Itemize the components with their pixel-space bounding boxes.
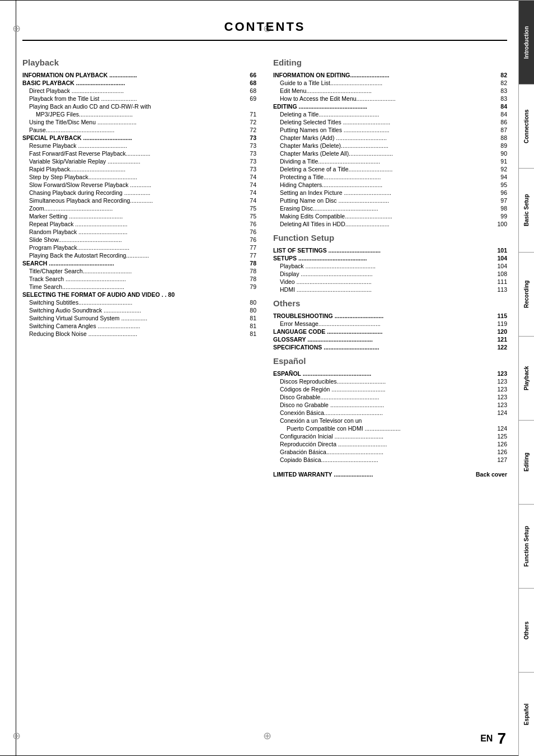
toc-entry: Zoom....................................… <box>22 205 256 212</box>
toc-entry: SPECIAL PLAYBACK .......................… <box>22 134 256 141</box>
toc-entry: Conexión Básica.........................… <box>273 409 507 416</box>
toc-entry: Chapter Marks (Delete)..................… <box>273 142 507 149</box>
toc-entry: Playback ...............................… <box>273 263 507 269</box>
toc-entry: Códigos de Región ......................… <box>273 386 507 393</box>
toc-entry: Random Playback ........................… <box>22 228 256 235</box>
toc-entry: Chapter Marks (Delete All)..............… <box>273 150 507 157</box>
tab-recording[interactable]: Recording <box>519 252 534 336</box>
toc-entry: Simultaneous Playback and Recording.....… <box>22 197 256 204</box>
tab-basic-setup[interactable]: Basic Setup <box>519 168 534 252</box>
toc-entry: Fast Forward/Fast Reverse Playback......… <box>22 150 256 157</box>
toc-entry: Rapid Playback..........................… <box>22 166 256 172</box>
section-heading-function-setup: Function Setup <box>273 233 507 242</box>
toc-entry: Track Search ...........................… <box>22 276 256 282</box>
toc-entry: Grabación Básica........................… <box>273 449 507 455</box>
toc-entry: Slow Forward/Slow Reverse Playback .....… <box>22 181 256 188</box>
tab-playback[interactable]: Playback <box>519 336 534 420</box>
toc-entry: Marker Setting .........................… <box>22 213 256 220</box>
toc-entry: Display ................................… <box>273 270 507 277</box>
toc-entry: EDITING ................................… <box>273 103 507 110</box>
toc-entry: INFORMATION ON PLAYBACK ................… <box>22 72 256 78</box>
toc-entry: GLOSSARY ...............................… <box>273 336 507 343</box>
tab-introduction[interactable]: Introduction <box>519 0 534 84</box>
toc-entry: INFORMATION ON EDITING..................… <box>273 72 507 78</box>
toc-entry: Error Message...........................… <box>273 320 507 327</box>
toc-entry: Deleting All Titles in HDD..............… <box>273 221 507 227</box>
two-col-layout: Playback INFORMATION ON PLAYBACK .......… <box>22 55 507 479</box>
toc-entry: Repeat Playback ........................… <box>22 221 256 227</box>
toc-entry: MP3/JPEG Files..........................… <box>22 111 256 118</box>
toc-entry: Time Search.............................… <box>22 283 256 290</box>
section-heading-playback: Playback <box>22 58 256 67</box>
toc-entry: Direct Playback ........................… <box>22 87 256 94</box>
tab-editing[interactable]: Editing <box>519 420 534 504</box>
toc-entry: Playing Back the Autostart Recording....… <box>22 252 256 259</box>
toc-entry: Switching Audio Soundtrack .............… <box>22 307 256 314</box>
toc-entry: Switching Camera Angles ................… <box>22 323 256 329</box>
toc-entry: Putting Names on Titles ................… <box>273 127 507 133</box>
toc-entry: Using the Title/Disc Menu ..............… <box>22 119 256 125</box>
toc-entry: Deleting Selected Titles ...............… <box>273 119 507 125</box>
page-title: CONTENTS <box>22 8 507 41</box>
toc-entry: Erasing Disc............................… <box>273 205 507 212</box>
side-tabs: Introduction Connections Basic Setup Rec… <box>518 0 534 756</box>
toc-entry: Reducing Block Noise ...................… <box>22 330 256 337</box>
toc-entry: LANGUAGE CODE ..........................… <box>273 328 507 335</box>
toc-entry: Chasing Playback during Recording ......… <box>22 189 256 196</box>
col-left: Playback INFORMATION ON PLAYBACK .......… <box>22 55 256 479</box>
toc-entry: SEARCH .................................… <box>22 260 256 267</box>
toc-entry: Disco Grabable..........................… <box>273 394 507 400</box>
toc-entry-limited-warranty: LIMITED WARRANTY .......................… <box>273 471 507 478</box>
toc-entry: Deleting a Title........................… <box>273 111 507 118</box>
page-container: ⊕ ⊕ ⊕ ⊕ Introduction Connections Basic S… <box>0 0 534 756</box>
toc-entry: LIST OF SETTINGS .......................… <box>273 247 507 254</box>
toc-entry: Slide Show..............................… <box>22 236 256 243</box>
toc-entry: Video ..................................… <box>273 278 507 285</box>
toc-entry: SELECTING THE FORMAT OF AUDIO AND VIDEO … <box>22 291 256 298</box>
toc-entry: Dividing a Title........................… <box>273 158 507 165</box>
toc-entry: Guide to a Title List...................… <box>273 80 507 86</box>
tab-connections[interactable]: Connections <box>519 84 534 168</box>
toc-entry: Deleting a Scene of a Title.............… <box>273 166 507 172</box>
toc-entry: Conexión a un Televisor con un <box>273 417 507 424</box>
toc-entry: Switching Virtual Surround System ......… <box>22 315 256 321</box>
col-right: Editing INFORMATION ON EDITING..........… <box>273 55 507 479</box>
toc-entry: Configuración Inicial ..................… <box>273 433 507 440</box>
toc-entry: BASIC PLAYBACK .........................… <box>22 80 256 86</box>
toc-entry: Program Playback........................… <box>22 244 256 251</box>
toc-entry: Step by Step Playback...................… <box>22 174 256 180</box>
toc-entry: Playback from the Title List ...........… <box>22 95 256 102</box>
toc-entry: Hiding Chapters.........................… <box>273 181 507 188</box>
toc-entry: Making Edits Compatible.................… <box>273 213 507 220</box>
tab-espanol[interactable]: Español <box>519 672 534 756</box>
tab-function-setup[interactable]: Function Setup <box>519 504 534 588</box>
toc-entry: Reproducción Directa ...................… <box>273 441 507 447</box>
toc-entry: Switching Subtitles.....................… <box>22 299 256 306</box>
toc-entry: Edit Menu...............................… <box>273 87 507 94</box>
toc-entry: Title/Chapter Search....................… <box>22 268 256 274</box>
bottom-bar: EN 7 <box>480 730 506 748</box>
page-number: 7 <box>497 730 506 748</box>
toc-entry: Puerto Compatible con HDMI .............… <box>273 425 507 432</box>
toc-entry: ESPAÑOL ................................… <box>273 370 507 377</box>
toc-entry: HDMI ...................................… <box>273 286 507 293</box>
toc-entry: Putting Name on Disc ...................… <box>273 197 507 204</box>
toc-entry: Chapter Marks (Add) ....................… <box>273 134 507 141</box>
toc-entry: SPECIFICATIONS .........................… <box>273 344 507 351</box>
tab-others[interactable]: Others <box>519 588 534 672</box>
section-heading-editing: Editing <box>273 58 507 67</box>
toc-entry: How to Access the Edit Menu.............… <box>273 95 507 102</box>
toc-entry: Variable Skip/Variable Replay ..........… <box>22 158 256 165</box>
toc-entry: Resume Playback ........................… <box>22 142 256 149</box>
limited-warranty-section: LIMITED WARRANTY .......................… <box>273 471 507 478</box>
section-heading-espanol: Español <box>273 356 507 366</box>
toc-entry: Copiado Básica..........................… <box>273 456 507 463</box>
toc-entry: Playing Back an Audio CD and CD-RW/-R wi… <box>22 103 256 110</box>
main-content: CONTENTS Playback INFORMATION ON PLAYBAC… <box>0 0 518 756</box>
section-heading-others: Others <box>273 298 507 308</box>
toc-entry: Setting an Index Picture ...............… <box>273 189 507 196</box>
toc-entry: Protecting a Title......................… <box>273 174 507 180</box>
language-label: EN <box>480 734 493 744</box>
toc-entry: TROUBLESHOOTING ........................… <box>273 312 507 319</box>
toc-entry: SETUPS .................................… <box>273 255 507 262</box>
